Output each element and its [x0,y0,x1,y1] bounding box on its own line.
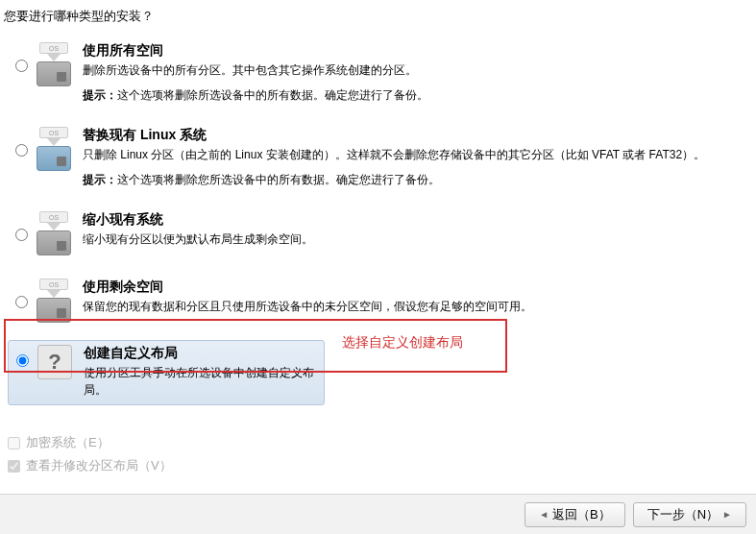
option-desc: 只删除 Linux 分区（由之前的 Linux 安装创建的）。这样就不会删除您存… [83,146,748,163]
option-hint: 提示：这个选项将删除所选设备中的所有数据。确定您进行了备份。 [83,86,748,104]
question-icon: ? [36,345,74,379]
radio-use-free-space[interactable] [15,296,28,308]
option-use-all-space[interactable]: OS 使用所有空间 删除所选设备中的所有分区。其中包含其它操作系统创建的分区。 … [8,36,748,109]
next-button-label: 下一步（N） [647,506,719,523]
option-shrink-system[interactable]: OS 缩小现有系统 缩小现有分区以便为默认布局生成剩余空间。 [8,206,748,261]
disk-icon: OS [35,127,73,171]
option-title: 使用所有空间 [83,42,748,60]
option-replace-linux[interactable]: OS 替换现有 Linux 系统 只删除 Linux 分区（由之前的 Linux… [8,121,748,194]
disk-icon: OS [35,42,73,86]
radio-replace-linux[interactable] [15,144,28,157]
back-button-label: 返回（B） [552,506,611,523]
option-hint: 提示：这个选项将删除您所选设备中的所有数据。确定您进行了备份。 [83,171,748,188]
option-title: 创建自定义布局 [84,345,324,362]
footer-navigation: 返回（B） 下一步（N） [0,494,756,534]
encrypt-system-checkbox[interactable] [8,437,20,449]
review-partition-checkbox-row[interactable]: 查看并修改分区布局（V） [8,457,172,474]
option-desc: 缩小现有分区以便为默认布局生成剩余空间。 [83,231,748,248]
install-options-list: OS 使用所有空间 删除所选设备中的所有分区。其中包含其它操作系统创建的分区。 … [0,33,756,409]
next-button[interactable]: 下一步（N） [633,502,746,527]
radio-custom-layout[interactable] [16,354,29,367]
disk-icon: OS [35,211,73,255]
option-use-free-space[interactable]: OS 使用剩余空间 保留您的现有数据和分区且只使用所选设备中的未分区空间，假设您… [8,273,748,328]
option-title: 缩小现有系统 [83,211,748,229]
radio-shrink-system[interactable] [15,229,28,241]
review-partition-label: 查看并修改分区布局（V） [26,457,172,474]
option-title: 替换现有 Linux 系统 [83,127,748,144]
option-title: 使用剩余空间 [83,279,748,296]
back-button[interactable]: 返回（B） [524,502,625,527]
option-desc: 使用分区工具手动在所选设备中创建自定义布局。 [84,364,324,399]
encrypt-system-checkbox-row[interactable]: 加密系统（E） [8,434,172,451]
radio-use-all-space[interactable] [15,60,28,72]
option-desc: 删除所选设备中的所有分区。其中包含其它操作系统创建的分区。 [83,61,748,79]
disk-icon: OS [35,279,73,323]
install-type-question: 您要进行哪种类型的安装？ [0,0,756,33]
encrypt-system-label: 加密系统（E） [26,434,110,451]
review-partition-checkbox[interactable] [8,460,20,473]
option-desc: 保留您的现有数据和分区且只使用所选设备中的未分区空间，假设您有足够的空间可用。 [83,298,748,315]
option-custom-layout[interactable]: ? 创建自定义布局 使用分区工具手动在所选设备中创建自定义布局。 [8,340,325,405]
bottom-options: 加密系统（E） 查看并修改分区布局（V） [8,434,172,480]
